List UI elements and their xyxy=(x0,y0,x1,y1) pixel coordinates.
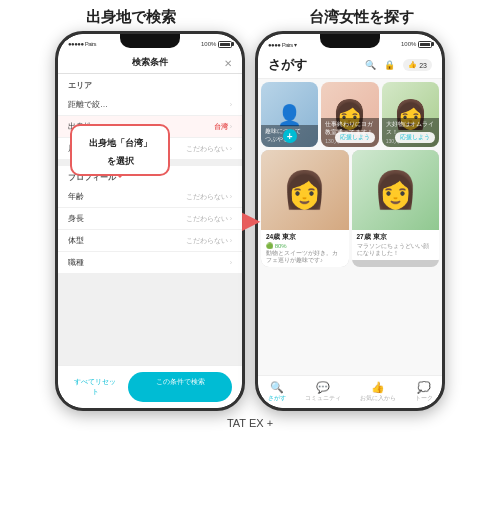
header-icons: 🔍 🔒 👍 23 xyxy=(365,59,432,71)
left-status-time: 9:41 AM xyxy=(135,41,162,48)
girl1-match: 🟢 80% xyxy=(266,242,344,249)
girl1-name: 24歳 東京 xyxy=(266,233,344,242)
bottom-card-1[interactable]: 👩 24歳 東京 🟢 80% 動物とスイーツが好き。カフェ巡りが趣味です♪ xyxy=(261,150,349,267)
girl2-name: 27歳 東京 xyxy=(357,233,435,242)
body-label: 体型 xyxy=(68,235,84,246)
age-value: こだわらない › xyxy=(186,192,232,202)
residence-value: こだわらない › xyxy=(186,144,232,154)
girl2-image: 👩 xyxy=(352,150,440,230)
job-row[interactable]: 職種 › xyxy=(58,252,242,274)
girl1-desc: 動物とスイーツが好き。カフェ巡りが趣味です♪ xyxy=(266,250,344,264)
community-nav-icon: 💬 xyxy=(316,381,330,394)
bottom-card-2[interactable]: 👩 27歳 東京 マラソンにちょうどいい顔になりました！ xyxy=(352,150,440,267)
body-value: こだわらない › xyxy=(186,236,232,246)
birthplace-value: 台湾 › xyxy=(214,122,232,132)
talk-nav-icon: 💭 xyxy=(417,381,431,394)
right-status-bar: ●●●● Pairs ▾ 9:41 AM 100% xyxy=(258,34,442,52)
distance-label: 距離で絞… xyxy=(68,99,108,110)
sagasu-header: さがす 🔍 🔒 👍 23 xyxy=(258,52,442,79)
nav-favorites[interactable]: 👍 お気に入から xyxy=(360,381,396,402)
left-heading: 出身地で検索 xyxy=(86,8,176,27)
girl1-info: 24歳 東京 🟢 80% 動物とスイーツが好き。カフェ巡りが趣味です♪ xyxy=(261,230,349,267)
right-heading: 台湾女性を探す xyxy=(309,8,414,27)
favorites-nav-icon: 👍 xyxy=(371,381,385,394)
right-status-time: 9:41 AM xyxy=(335,41,362,48)
left-status-bar: ●●●●● Pairs 9:41 AM 100% xyxy=(58,34,242,52)
distance-value: › xyxy=(230,101,232,108)
lock-icon[interactable]: 🔒 xyxy=(384,60,395,70)
left-screen: ●●●●● Pairs 9:41 AM 100% 検索条件 ✕ エリア 距離で絞… xyxy=(58,34,242,408)
profile-section: プロフィール 年齢 こだわらない › 身長 こだわらない › 体型 こだわらない… xyxy=(58,166,242,274)
reset-button[interactable]: すべてリセット xyxy=(68,372,122,402)
talk-nav-label: トーク xyxy=(415,395,433,402)
search-footer: すべてリセット この条件で検索 xyxy=(58,365,242,408)
right-status-right: 100% xyxy=(401,41,432,48)
cheer-button-fav[interactable]: 応援しよう xyxy=(395,132,435,143)
phones-container: ●●●●● Pairs 9:41 AM 100% 検索条件 ✕ エリア 距離で絞… xyxy=(45,31,455,411)
cheer-button-work[interactable]: 応援しよう xyxy=(335,132,375,143)
job-label: 職種 xyxy=(68,257,84,268)
girl1-image: 👩 xyxy=(261,150,349,230)
plus-button[interactable]: + xyxy=(283,129,297,143)
card-hobby[interactable]: 👤 趣味についてつぶやこう + xyxy=(261,82,318,147)
close-button[interactable]: ✕ xyxy=(224,57,232,68)
footer-text: TAT EX + xyxy=(0,411,500,433)
bottom-navigation: 🔍 さがす 💬 コミュニティ 👍 お気に入から 💭 トーク xyxy=(258,375,442,408)
nav-sagasu[interactable]: 🔍 さがす xyxy=(268,381,286,402)
right-status-left: ●●●● Pairs ▾ xyxy=(268,41,297,48)
search-conditions-title: 検索条件 xyxy=(132,56,168,69)
right-screen: ●●●● Pairs ▾ 9:41 AM 100% さがす 🔍 🔒 👍 23 xyxy=(258,34,442,408)
arrow-icon: ▶ xyxy=(242,208,259,234)
nav-talk[interactable]: 💭 トーク xyxy=(415,381,433,402)
favorites-nav-label: お気に入から xyxy=(360,395,396,402)
callout-text: 出身地「台湾」を選択 xyxy=(89,138,152,166)
girl2-desc: マラソンにちょうどいい顔になりました！ xyxy=(357,243,435,257)
sagasu-title: さがす xyxy=(268,56,307,74)
age-row[interactable]: 年齢 こだわらない › xyxy=(58,186,242,208)
community-nav-label: コミュニティ xyxy=(305,395,341,402)
bottom-card-row: 👩 24歳 東京 🟢 80% 動物とスイーツが好き。カフェ巡りが趣味です♪ 👩 … xyxy=(258,150,442,270)
girl2-info: 27歳 東京 マラソンにちょうどいい顔になりました！ xyxy=(352,230,440,260)
card-work[interactable]: 👩 仕事終わりにヨガ教室通ってます！ 130人 応援しよう xyxy=(321,82,378,147)
left-status-right: 100% xyxy=(201,41,232,48)
height-value: こだわらない › xyxy=(186,214,232,224)
like-badge[interactable]: 👍 23 xyxy=(403,59,432,71)
job-value: › xyxy=(230,259,232,266)
right-phone: ●●●● Pairs ▾ 9:41 AM 100% さがす 🔍 🔒 👍 23 xyxy=(255,31,445,411)
heart-icon: 👍 xyxy=(408,61,417,69)
search-conditions-header: 検索条件 ✕ xyxy=(58,52,242,74)
age-label: 年齢 xyxy=(68,191,84,202)
nav-community[interactable]: 💬 コミュニティ xyxy=(305,381,341,402)
search-icon[interactable]: 🔍 xyxy=(365,60,376,70)
height-label: 身長 xyxy=(68,213,84,224)
card-fav[interactable]: 👩 大好物はオムライス！ 130人 応援しよう xyxy=(382,82,439,147)
sagasu-nav-icon: 🔍 xyxy=(270,381,284,394)
body-row[interactable]: 体型 こだわらない › xyxy=(58,230,242,252)
sagasu-nav-label: さがす xyxy=(268,395,286,402)
left-phone: ●●●●● Pairs 9:41 AM 100% 検索条件 ✕ エリア 距離で絞… xyxy=(55,31,245,411)
callout-bubble: 出身地「台湾」を選択 xyxy=(70,124,170,176)
left-status-left: ●●●●● Pairs xyxy=(68,41,96,47)
distance-row[interactable]: 距離で絞… › xyxy=(58,94,242,116)
like-count: 23 xyxy=(419,62,427,69)
area-label: エリア xyxy=(58,74,242,94)
height-row[interactable]: 身長 こだわらない › xyxy=(58,208,242,230)
search-button[interactable]: この条件で検索 xyxy=(128,372,232,402)
card-grid: 👤 趣味についてつぶやこう + 👩 仕事終わりにヨガ教室通ってます！ 130人 … xyxy=(258,79,442,150)
